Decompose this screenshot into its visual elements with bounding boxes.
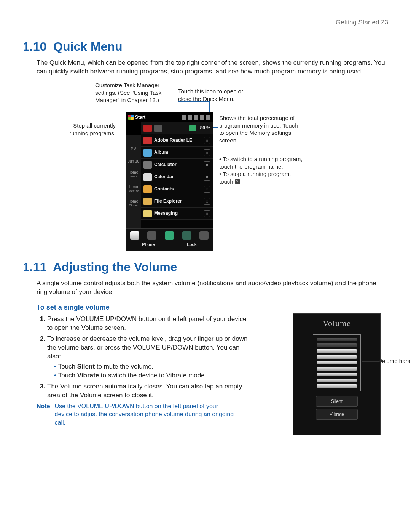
volume-bar[interactable] — [317, 361, 357, 364]
phone-topbar: Start — [126, 112, 213, 122]
volume-bars[interactable] — [313, 334, 361, 391]
app-row[interactable]: Messaging× — [141, 208, 213, 220]
vibrate-bold: Vibrate — [77, 372, 99, 379]
home-icon[interactable] — [130, 231, 139, 240]
callout-switch-2b: . — [240, 178, 242, 185]
t: Touch — [58, 363, 77, 370]
volume-bar[interactable] — [317, 343, 357, 347]
app-row[interactable]: File Explorer× — [141, 195, 213, 208]
callout-switch: • To switch to a running program, touch … — [219, 155, 303, 185]
windows-flag-icon — [128, 115, 134, 120]
t: Touch — [58, 372, 77, 379]
file-explorer-icon — [143, 198, 152, 205]
phone-bottom-bar: Phone Lock — [126, 228, 213, 251]
section-1-11-intro: A single volume control adjusts both the… — [37, 279, 388, 297]
close-icon[interactable]: × — [204, 210, 210, 217]
note-text: Use the VOLUME UP/DOWN button on the lef… — [55, 402, 234, 427]
memory-icon[interactable] — [189, 125, 196, 131]
silent-button[interactable]: Silent — [316, 396, 358, 407]
silent-bold: Silent — [77, 363, 95, 370]
camera-icon[interactable] — [199, 231, 209, 240]
note-label: Note — [37, 402, 50, 427]
callout-switch-1: To switch to a running program, touch th… — [219, 156, 302, 170]
step-3: The Volume screen automatically closes. … — [47, 382, 250, 400]
app-label[interactable]: Adobe Reader LE — [154, 137, 201, 143]
battery-icon — [200, 115, 204, 120]
start-label[interactable]: Start — [135, 114, 145, 120]
app-label[interactable]: File Explorer — [154, 198, 201, 204]
quickmenu-header: 80 % — [141, 122, 213, 134]
callout-memory: Shows the total percentage of program me… — [219, 114, 299, 144]
signal-icon — [188, 115, 192, 120]
sms-icon[interactable] — [165, 231, 174, 240]
softkey-lock[interactable]: Lock — [187, 242, 197, 248]
t: to switch the device to Vibrate mode. — [99, 372, 206, 379]
volume-bar[interactable] — [317, 379, 357, 382]
status-icon — [182, 115, 186, 120]
memory-percent[interactable]: 80 % — [200, 125, 210, 131]
section-title: Adjusting the Volume — [53, 260, 177, 274]
step-2: To increase or decrease the volume level… — [47, 335, 250, 380]
close-icon[interactable]: × — [204, 186, 210, 193]
close-icon — [235, 179, 240, 184]
stop-all-icon[interactable] — [143, 125, 152, 132]
app-row[interactable]: Contacts× — [141, 183, 213, 195]
volume-bar[interactable] — [317, 367, 357, 370]
left-t2b: Meet w — [129, 189, 139, 193]
volume-bar[interactable] — [317, 373, 357, 376]
left-pm: PM — [131, 147, 137, 152]
close-icon[interactable]: × — [204, 198, 210, 205]
messaging-icon — [143, 210, 152, 217]
section-1-10-heading: 1.10 Quick Menu — [23, 38, 388, 55]
app-label[interactable]: Album — [154, 149, 201, 155]
section-number: 1.11 — [23, 260, 46, 274]
volume-icon — [194, 115, 198, 120]
calendar-icon — [143, 173, 152, 181]
step-2b: Touch Vibrate to switch the device to Vi… — [54, 371, 250, 380]
volume-bar[interactable] — [317, 384, 357, 388]
calculator-icon — [143, 161, 152, 169]
callout-open: Touch this icon to open or close the Qui… — [178, 88, 254, 102]
section-1-10-intro: The Quick Menu, which can be opened from… — [37, 59, 388, 76]
people-icon[interactable] — [147, 231, 156, 240]
app-row[interactable]: Adobe Reader LE× — [141, 134, 213, 147]
left-t3: Tomo — [129, 199, 138, 203]
quickmenu-figure: Customize Task Manager settings. (See "U… — [23, 81, 388, 257]
softkey-phone[interactable]: Phone — [142, 242, 155, 248]
close-icon[interactable]: × — [204, 137, 210, 144]
volume-bar[interactable] — [317, 355, 357, 359]
close-icon[interactable]: × — [204, 149, 210, 156]
adobe-reader-icon — [143, 137, 152, 144]
vibrate-button[interactable]: Vibrate — [316, 409, 358, 420]
app-row[interactable]: Calculator× — [141, 159, 213, 171]
app-label[interactable]: Calendar — [154, 174, 201, 180]
step-2-text: To increase or decrease the volume level… — [47, 335, 247, 360]
left-t2: Tomo — [129, 185, 138, 189]
contacts-icon — [143, 185, 152, 193]
t: to mute the volume. — [95, 363, 153, 370]
volume-bar[interactable] — [317, 349, 357, 353]
app-row[interactable]: Calendar× — [141, 171, 213, 183]
left-t1b: Jane's — [129, 175, 138, 178]
callout-switch-2a: To stop a running program, touch — [219, 171, 291, 185]
close-icon[interactable]: × — [204, 174, 210, 181]
close-icon[interactable]: × — [204, 161, 210, 168]
app-label[interactable]: Messaging — [154, 210, 201, 216]
gear-icon[interactable] — [154, 125, 162, 132]
volume-steps: Press the VOLUME UP/DOWN button on the l… — [47, 315, 250, 399]
app-row[interactable]: Album× — [141, 147, 213, 159]
phone-left-pane: PM Jun 10 TomoJane's TomoMeet w TomoDinn… — [126, 135, 141, 228]
t: Volume bars — [379, 358, 410, 364]
volume-bar[interactable] — [317, 338, 357, 341]
volume-screen: Volume Silent Vibrate — [293, 313, 381, 435]
app-label[interactable]: Calculator — [154, 161, 201, 168]
section-number: 1.10 — [23, 40, 46, 53]
page-header: Getting Started 23 — [23, 18, 388, 27]
app-label[interactable]: Contacts — [154, 186, 201, 192]
volume-figure: Volume Silent Vibrate Volume bars — [293, 313, 381, 435]
mail-icon[interactable] — [182, 231, 191, 240]
left-date: Jun 10 — [128, 159, 139, 164]
section-title: Quick Menu — [53, 40, 122, 53]
quickmenu-icon[interactable] — [206, 115, 210, 120]
subheading-set-volume: To set a single volume — [37, 303, 388, 312]
